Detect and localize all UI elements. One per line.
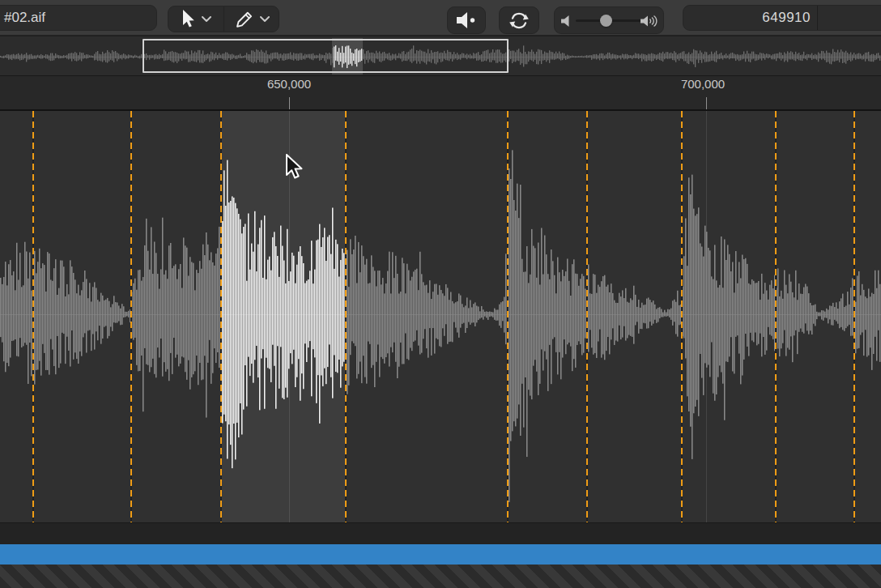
cycle-button[interactable]: [499, 6, 539, 34]
file-name-field[interactable]: #02.aif: [0, 5, 157, 31]
toolbar: #02.aif: [0, 0, 881, 36]
loop-icon: [505, 7, 533, 33]
volume-slider[interactable]: [554, 6, 664, 34]
transient-marker[interactable]: [586, 111, 588, 522]
tool-selector-group: [168, 6, 279, 32]
waveform-overview[interactable]: [0, 36, 881, 75]
file-name-label: #02.aif: [4, 10, 45, 26]
horizontal-scrollbar-thumb[interactable]: [0, 544, 881, 565]
overview-visible-region[interactable]: [143, 39, 509, 73]
ruler-tick: [706, 97, 707, 110]
pencil-icon: [233, 9, 254, 30]
transient-marker[interactable]: [130, 111, 132, 522]
waveform-canvas[interactable]: [0, 111, 881, 522]
prelisten-button[interactable]: [447, 6, 486, 34]
speaker-with-dot-icon: [455, 10, 478, 31]
transient-marker[interactable]: [345, 111, 347, 522]
audio-file-editor-window: #02.aif: [0, 0, 881, 588]
bottom-spacer-strip: [0, 522, 881, 544]
position-field-divider: [817, 6, 818, 30]
transient-marker[interactable]: [775, 111, 777, 522]
position-value: 649910: [683, 10, 811, 26]
waveform-display[interactable]: [0, 109, 881, 522]
transient-marker[interactable]: [681, 111, 683, 522]
ruler-label: 700,000: [681, 77, 725, 91]
transient-marker[interactable]: [32, 111, 34, 522]
resize-texture-area: [0, 565, 881, 588]
transient-marker[interactable]: [507, 111, 509, 522]
pointer-tool-button[interactable]: [168, 6, 223, 32]
speaker-loud-icon: [641, 15, 659, 28]
transient-marker[interactable]: [220, 111, 222, 522]
ruler-label: 650,000: [267, 77, 311, 91]
volume-thumb[interactable]: [600, 15, 612, 27]
speaker-quiet-icon: [560, 15, 572, 28]
pencil-tool-button[interactable]: [224, 6, 279, 32]
transient-marker[interactable]: [853, 111, 855, 522]
chevron-down-icon[interactable]: [202, 16, 211, 23]
chevron-down-icon[interactable]: [260, 16, 270, 23]
ruler-tick: [289, 97, 290, 110]
sample-ruler[interactable]: 650,000 700,000: [0, 75, 881, 109]
pointer-icon: [181, 9, 196, 29]
position-field[interactable]: 649910: [683, 5, 881, 31]
